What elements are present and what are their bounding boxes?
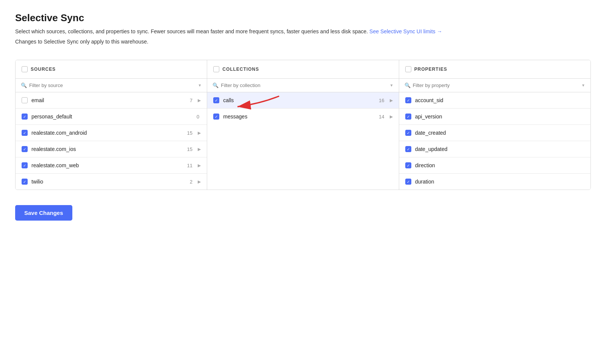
source-email-arrow: ▶ [198, 98, 201, 103]
property-item-account-sid[interactable]: ✓ account_sid [399, 92, 590, 109]
source-android-count: 15 [187, 130, 192, 136]
collection-messages-arrow: ▶ [390, 114, 393, 119]
page-subtitle: Select which sources, collections, and p… [15, 28, 591, 36]
source-email-label: email [31, 97, 186, 103]
property-date-created-label: date_created [415, 130, 584, 136]
properties-select-all-checkbox[interactable] [405, 66, 411, 72]
property-account-sid-label: account_sid [415, 97, 584, 103]
sources-header-label: SOURCES [31, 67, 56, 72]
sources-filter-chevron: ▼ [198, 83, 201, 87]
properties-filter-chevron: ▼ [581, 83, 585, 87]
source-personas-label: personas_default [31, 114, 193, 120]
collection-messages-count: 14 [379, 114, 384, 120]
sources-list: email 7 ▶ ✓ personas_default 0 ✓ realest… [16, 92, 207, 190]
source-twilio-arrow: ▶ [198, 179, 201, 184]
property-account-sid-checkbox[interactable]: ✓ [405, 97, 411, 103]
property-date-created-checkbox[interactable]: ✓ [405, 130, 411, 136]
collections-header-label: COLLECTIONS [222, 67, 259, 72]
sources-search-icon: 🔍 [21, 82, 27, 88]
property-direction-checkbox[interactable]: ✓ [405, 162, 411, 168]
collection-calls-label: calls [223, 97, 375, 103]
source-item-email[interactable]: email 7 ▶ [16, 92, 207, 109]
property-duration-checkbox[interactable]: ✓ [405, 179, 411, 185]
source-item-twilio[interactable]: ✓ twilio 2 ▶ [16, 174, 207, 190]
sources-filter-input[interactable] [29, 82, 195, 88]
sources-select-all-checkbox[interactable] [22, 66, 28, 72]
collection-item-messages[interactable]: ✓ messages 14 ▶ [207, 109, 398, 124]
source-web-label: realestate.com_web [31, 162, 183, 168]
page-title: Selective Sync [15, 12, 591, 24]
properties-list: ✓ account_sid ✓ api_version ✓ date_creat… [399, 92, 590, 190]
properties-header-label: PROPERTIES [414, 67, 447, 72]
source-web-arrow: ▶ [198, 163, 201, 168]
property-api-version-label: api_version [415, 114, 584, 120]
sources-filter-row: 🔍 ▼ [16, 79, 207, 92]
collection-messages-checkbox[interactable]: ✓ [213, 114, 219, 120]
collections-header: COLLECTIONS [207, 60, 398, 79]
property-api-version-checkbox[interactable]: ✓ [405, 114, 411, 120]
property-item-direction[interactable]: ✓ direction [399, 157, 590, 174]
collection-calls-checkbox[interactable]: ✓ [213, 97, 219, 103]
source-item-personas-default[interactable]: ✓ personas_default 0 [16, 109, 207, 125]
source-android-arrow: ▶ [198, 131, 201, 135]
source-item-realestate-android[interactable]: ✓ realestate.com_android 15 ▶ [16, 125, 207, 141]
source-android-label: realestate.com_android [31, 130, 183, 136]
page-note: Changes to Selective Sync only apply to … [15, 39, 591, 45]
properties-filter-row: 🔍 ▼ [399, 79, 590, 92]
property-duration-label: duration [415, 179, 584, 185]
source-item-realestate-ios[interactable]: ✓ realestate.com_ios 15 ▶ [16, 141, 207, 157]
properties-header: PROPERTIES [399, 60, 590, 79]
source-web-count: 11 [187, 163, 192, 168]
source-ios-label: realestate.com_ios [31, 146, 183, 152]
sync-limits-link[interactable]: See Selective Sync UI limits → [369, 28, 442, 34]
property-item-date-updated[interactable]: ✓ date_updated [399, 141, 590, 157]
collections-search-icon: 🔍 [212, 82, 219, 88]
property-item-date-created[interactable]: ✓ date_created [399, 125, 590, 141]
collections-filter-input[interactable] [221, 82, 387, 88]
collections-list: ✓ calls 16 ▶ ✓ messages 14 ▶ [207, 92, 398, 190]
property-direction-label: direction [415, 162, 584, 168]
source-personas-count: 0 [197, 114, 199, 120]
properties-filter-input[interactable] [413, 82, 579, 88]
collections-select-all-checkbox[interactable] [213, 66, 219, 72]
collection-item-calls[interactable]: ✓ calls 16 ▶ [207, 92, 398, 109]
properties-search-icon: 🔍 [405, 82, 411, 88]
source-ios-checkbox[interactable]: ✓ [22, 146, 28, 152]
source-personas-checkbox[interactable]: ✓ [22, 114, 28, 120]
source-email-checkbox[interactable] [22, 97, 28, 103]
collections-column: COLLECTIONS 🔍 ▼ ✓ calls 16 ▶ [207, 60, 399, 190]
collection-calls-count: 16 [379, 98, 384, 103]
source-ios-count: 15 [187, 146, 192, 152]
properties-column: PROPERTIES 🔍 ▼ ✓ account_sid ✓ api_versi… [399, 60, 590, 190]
source-twilio-checkbox[interactable]: ✓ [22, 179, 28, 185]
collection-calls-arrow: ▶ [390, 98, 393, 103]
source-ios-arrow: ▶ [198, 147, 201, 152]
property-date-updated-label: date_updated [415, 146, 584, 152]
source-web-checkbox[interactable]: ✓ [22, 162, 28, 168]
collection-messages-label: messages [223, 114, 375, 120]
source-item-realestate-web[interactable]: ✓ realestate.com_web 11 ▶ [16, 157, 207, 174]
source-twilio-count: 2 [190, 179, 192, 185]
property-date-updated-checkbox[interactable]: ✓ [405, 146, 411, 152]
sources-column: SOURCES 🔍 ▼ email 7 ▶ ✓ personas_default… [16, 60, 207, 190]
property-item-api-version[interactable]: ✓ api_version [399, 109, 590, 125]
collections-filter-row: 🔍 ▼ [207, 79, 398, 92]
sources-header: SOURCES [16, 60, 207, 79]
source-twilio-label: twilio [31, 179, 186, 185]
property-item-duration[interactable]: ✓ duration [399, 174, 590, 190]
source-email-count: 7 [190, 98, 192, 103]
sync-table: SOURCES 🔍 ▼ email 7 ▶ ✓ personas_default… [15, 60, 591, 190]
source-android-checkbox[interactable]: ✓ [22, 130, 28, 136]
save-changes-button[interactable]: Save Changes [15, 205, 72, 221]
collections-filter-chevron: ▼ [390, 83, 394, 87]
